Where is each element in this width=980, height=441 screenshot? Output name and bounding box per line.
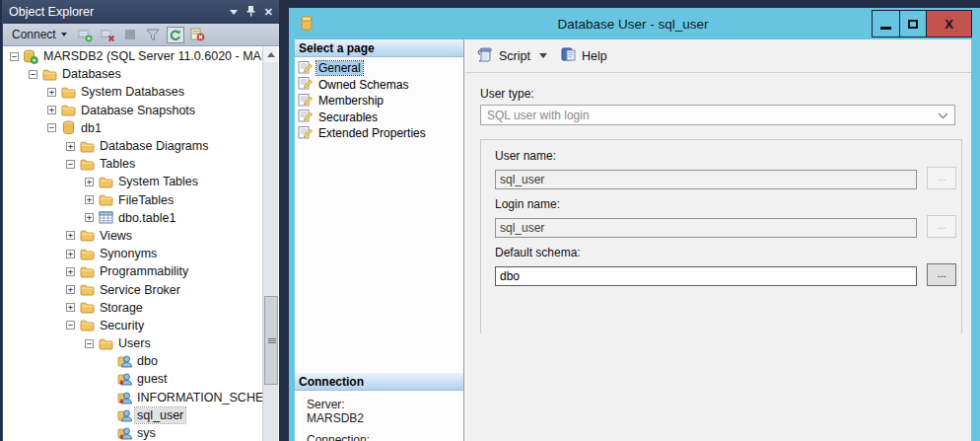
ssms-window: Object Explorer ✕ Connect xyxy=(0,0,980,441)
expand-icon[interactable]: + xyxy=(85,213,94,222)
expand-icon[interactable]: + xyxy=(66,250,75,258)
folder-icon xyxy=(79,157,95,172)
tree-item-label: Security xyxy=(98,318,146,333)
dialog-toolbar: Script Help xyxy=(465,39,971,73)
refresh-icon[interactable] xyxy=(167,27,184,43)
page-list: GeneralOwned SchemasMembershipSecurables… xyxy=(295,57,463,142)
user-icon xyxy=(116,407,132,422)
window-buttons: X xyxy=(872,10,972,37)
expand-icon[interactable]: + xyxy=(66,285,75,294)
page-icon xyxy=(298,76,313,93)
tree-item-guest[interactable]: guest xyxy=(4,370,262,388)
tree-item-label: Tables xyxy=(98,156,137,172)
collapse-icon[interactable]: − xyxy=(29,70,37,79)
tree-item-views[interactable]: +Views xyxy=(4,227,262,245)
page-icon xyxy=(298,60,313,77)
folder-icon xyxy=(98,336,113,351)
default-schema-field[interactable] xyxy=(495,266,917,286)
close-button[interactable]: X xyxy=(926,11,971,37)
page-item-securables[interactable]: Securables xyxy=(295,110,463,126)
script-button[interactable]: Script xyxy=(477,47,547,65)
expand-icon[interactable]: + xyxy=(85,195,94,204)
page-item-label: Membership xyxy=(316,94,385,108)
tree-item-system-databases[interactable]: +System Databases xyxy=(4,83,262,101)
tree-item-system-tables[interactable]: +System Tables xyxy=(4,173,262,190)
minimize-icon xyxy=(880,27,891,30)
page-item-owned-schemas[interactable]: Owned Schemas xyxy=(295,77,463,94)
tree-item-marsdb2-sql-server-11-0-6020-marsd[interactable]: −MARSDB2 (SQL Server 11.0.6020 - MARSD xyxy=(4,47,262,65)
help-button[interactable]: Help xyxy=(561,47,607,65)
maximize-icon xyxy=(908,20,918,29)
tree-item-service-broker[interactable]: +Service Broker xyxy=(4,280,262,298)
collapse-icon[interactable]: − xyxy=(47,123,56,132)
tree-item-security[interactable]: −Security xyxy=(4,317,262,334)
collapse-icon[interactable]: − xyxy=(66,321,75,330)
tree-item-label: guest xyxy=(135,371,170,387)
tree-item-databases[interactable]: −Databases xyxy=(4,65,262,83)
maximize-button[interactable] xyxy=(899,11,926,37)
tree-item-storage[interactable]: +Storage xyxy=(4,299,262,317)
stop-monitor-icon[interactable] xyxy=(189,27,207,43)
close-icon[interactable]: ✕ xyxy=(264,7,273,18)
tree-item-db1[interactable]: −db1 xyxy=(4,119,262,137)
scroll-up-icon xyxy=(267,52,275,57)
tree-item-sys[interactable]: sys xyxy=(4,424,262,441)
expand-icon[interactable]: + xyxy=(47,106,56,114)
tree-item-synonyms[interactable]: +Synonyms xyxy=(4,245,262,262)
expand-icon[interactable]: + xyxy=(66,303,75,312)
dialog-titlebar[interactable]: Database User - sql_user X xyxy=(295,8,971,39)
object-explorer-panel: Object Explorer ✕ Connect xyxy=(2,0,279,441)
tree-item-users[interactable]: −Users xyxy=(4,334,262,352)
object-explorer-toolbar: Connect xyxy=(3,24,279,46)
window-position-icon[interactable] xyxy=(230,10,238,15)
user-disabled-icon xyxy=(116,372,132,387)
collapse-icon[interactable]: − xyxy=(10,52,19,61)
page-item-extended-properties[interactable]: Extended Properties xyxy=(295,125,463,142)
page-icon xyxy=(298,109,313,125)
tree-item-programmability[interactable]: +Programmability xyxy=(4,262,262,280)
expand-icon[interactable]: + xyxy=(66,267,75,276)
thumb-grip-icon xyxy=(268,338,276,339)
tree-item-filetables[interactable]: +FileTables xyxy=(4,191,262,209)
tree-item-database-snapshots[interactable]: +Database Snapshots xyxy=(4,102,262,119)
tree-item-dbo[interactable]: dbo xyxy=(4,352,262,370)
page-item-general[interactable]: General xyxy=(295,60,463,77)
collapse-icon[interactable]: − xyxy=(85,339,94,348)
filter-icon[interactable] xyxy=(144,27,162,43)
scroll-up-button[interactable] xyxy=(263,47,278,62)
tree-scrollbar[interactable] xyxy=(262,47,278,441)
default-schema-browse-button[interactable]: ... xyxy=(927,263,956,286)
page-item-membership[interactable]: Membership xyxy=(295,93,463,110)
expand-icon[interactable]: + xyxy=(66,231,75,240)
tree-item-label: FileTables xyxy=(116,192,175,208)
user-type-select[interactable]: SQL user with login xyxy=(480,105,955,125)
user-type-value: SQL user with login xyxy=(487,109,590,122)
object-explorer-titlebar: Object Explorer ✕ xyxy=(3,0,279,24)
page-icon xyxy=(298,93,313,110)
expand-icon[interactable]: + xyxy=(85,178,94,186)
tree-item-label: Programmability xyxy=(98,263,190,279)
expand-icon[interactable]: + xyxy=(47,88,56,97)
login-name-label: Login name: xyxy=(495,197,961,211)
tree-item-tables[interactable]: −Tables xyxy=(4,155,262,173)
collapse-icon[interactable]: − xyxy=(66,160,75,169)
connection-label: Connection: xyxy=(307,433,463,441)
tree-item-label: Database Snapshots xyxy=(79,103,197,118)
page-item-label: Extended Properties xyxy=(316,126,428,140)
tree-item-sql-user[interactable]: sql_user xyxy=(4,406,262,424)
expand-icon[interactable]: + xyxy=(66,142,75,151)
tree-item-information-schema[interactable]: INFORMATION_SCHEMA xyxy=(4,389,262,406)
connect-server-icon[interactable] xyxy=(76,27,94,43)
tree-item-dbo-table1[interactable]: +dbo.table1 xyxy=(4,209,262,227)
folder-icon xyxy=(79,300,95,315)
tree-item-label: Service Broker xyxy=(98,282,182,298)
folder-icon xyxy=(79,318,95,332)
disconnect-server-icon[interactable] xyxy=(99,27,116,43)
scrollbar-thumb[interactable] xyxy=(264,296,278,385)
server-label: Server: xyxy=(307,398,463,411)
dialog-title: Database User - sql_user xyxy=(295,17,971,32)
pin-icon[interactable] xyxy=(246,6,255,19)
connect-button[interactable]: Connect xyxy=(8,26,71,43)
minimize-button[interactable] xyxy=(873,11,899,37)
tree-item-database-diagrams[interactable]: +Database Diagrams xyxy=(4,137,262,155)
